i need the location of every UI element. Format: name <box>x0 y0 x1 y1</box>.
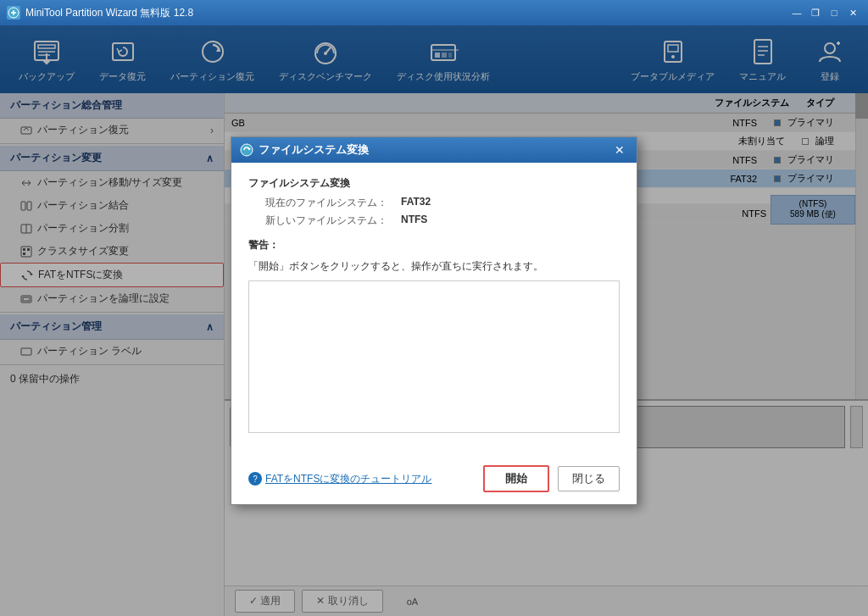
app-title: MiniTool Partition Wizard 無料版 12.8 <box>25 6 193 20</box>
modal-title-icon <box>240 143 253 157</box>
modal-dialog: ファイルシステム変換 ✕ ファイルシステム変換 現在のファイルシステム： FAT… <box>231 136 637 505</box>
modal-new-fs-value: NTFS <box>401 214 427 228</box>
title-bar-left: MiniTool Partition Wizard 無料版 12.8 <box>7 6 193 20</box>
modal-section-info-title: ファイルシステム変換 <box>248 176 620 191</box>
modal-current-fs-row: 現在のファイルシステム： FAT32 <box>248 196 620 210</box>
svg-point-37 <box>241 144 253 156</box>
app-icon <box>7 6 20 19</box>
modal-titlebar-left: ファイルシステム変換 <box>240 142 369 158</box>
modal-text-area <box>248 280 620 433</box>
modal-overlay: ファイルシステム変換 ✕ ファイルシステム変換 現在のファイルシステム： FAT… <box>0 25 868 616</box>
close-button[interactable]: ✕ <box>844 4 861 21</box>
modal-body: ファイルシステム変換 現在のファイルシステム： FAT32 新しいファイルシステ… <box>231 163 637 457</box>
modal-footer-link-text: FATをNTFSに変換のチュートリアル <box>265 473 431 485</box>
modal-section-warning: 警告： 「開始」ボタンをクリックすると、操作が直ちに実行されます。 <box>248 238 620 433</box>
modal-current-fs-value: FAT32 <box>401 196 431 210</box>
start-button[interactable]: 開始 <box>483 465 549 492</box>
modal-footer-link[interactable]: ?FATをNTFSに変換のチュートリアル <box>248 472 431 486</box>
modal-new-fs-label: 新しいファイルシステム： <box>265 214 401 228</box>
maximize-button[interactable]: ❐ <box>807 4 824 21</box>
restore-button[interactable]: □ <box>826 4 843 21</box>
modal-warning-title: 警告： <box>248 238 620 253</box>
modal-new-fs-row: 新しいファイルシステム： NTFS <box>248 214 620 228</box>
modal-footer: ?FATをNTFSに変換のチュートリアル 開始 閉じる <box>231 457 637 504</box>
modal-warning-text: 「開始」ボタンをクリックすると、操作が直ちに実行されます。 <box>248 259 620 274</box>
modal-close-button[interactable]: ✕ <box>611 143 628 157</box>
close-dialog-button[interactable]: 閉じる <box>558 466 620 491</box>
window-controls: — ❐ □ ✕ <box>788 4 861 21</box>
modal-current-fs-label: 現在のファイルシステム： <box>265 196 401 210</box>
modal-titlebar: ファイルシステム変換 ✕ <box>231 137 637 163</box>
title-bar: MiniTool Partition Wizard 無料版 12.8 — ❐ □… <box>0 0 868 25</box>
modal-title: ファイルシステム変換 <box>259 142 369 158</box>
help-icon: ? <box>248 472 262 486</box>
modal-section-info: ファイルシステム変換 現在のファイルシステム： FAT32 新しいファイルシステ… <box>248 176 620 228</box>
minimize-button[interactable]: — <box>788 4 805 21</box>
